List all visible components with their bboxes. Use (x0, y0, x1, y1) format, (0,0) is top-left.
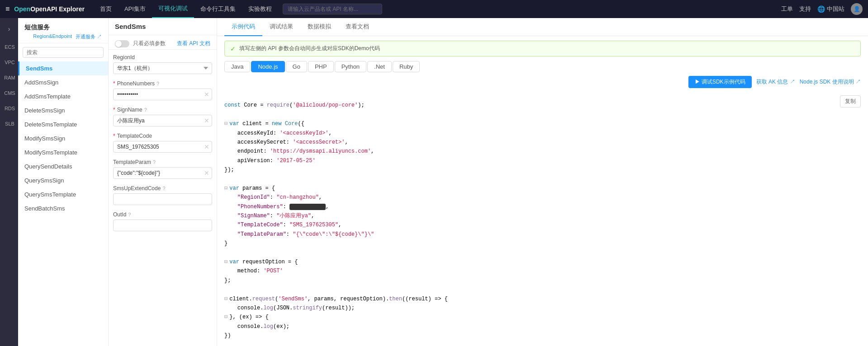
menu-icon[interactable]: ≡ (5, 5, 9, 13)
work-order-link[interactable]: 工单 (781, 5, 793, 13)
ak-info-link[interactable]: 获取 AK 信息 ↗ (756, 78, 795, 86)
service-item-modifysmstemplate[interactable]: ModifySmsTemplate (18, 145, 108, 159)
lang-tab-python[interactable]: Python (335, 61, 366, 72)
input-wrapper-templatecode: ✕ (113, 141, 212, 153)
tab-data-simulate[interactable]: 数据模拟 (300, 18, 338, 36)
sdk-usage-link[interactable]: Node.js SDK 使用说明 ↗ (800, 78, 861, 86)
lang-tab-ruby[interactable]: Ruby (393, 61, 420, 72)
search-input[interactable] (283, 4, 382, 14)
code-block: const Core = require('@alicloud/pop-core… (224, 92, 861, 341)
code-panel: 示例代码 调试结果 数据模拟 查看文档 ✓ 填写左侧的 API 参数会自动同步生… (217, 18, 868, 346)
service-item-modifysmssign[interactable]: ModifySmsSign (18, 131, 108, 145)
nav-tutorials[interactable]: 实验教程 (242, 0, 278, 18)
sidebar-item-vpc[interactable]: VPC (0, 55, 18, 70)
copy-button[interactable]: 复制 (840, 95, 861, 108)
service-item-addsmssign[interactable]: AddSmsSign (18, 75, 108, 89)
region-endpoint-link[interactable]: Region&Endpoint (33, 33, 72, 40)
tab-example-code[interactable]: 示例代码 (224, 18, 262, 36)
templatecode-input[interactable] (113, 141, 212, 153)
input-wrapper-signname: ✕ (113, 115, 212, 126)
regionid-select[interactable]: 华东1（杭州） 华东2（上海） (113, 62, 212, 74)
sidebar-item-cms[interactable]: CMS (0, 86, 18, 100)
nav-cli-tools[interactable]: 命令行工具集 (194, 0, 242, 18)
user-icon: 👤 (854, 6, 860, 12)
sidebar-item-rds[interactable]: RDS (0, 101, 18, 116)
lang-tab-java[interactable]: Java (224, 61, 250, 72)
debug-sdk-button[interactable]: ▶ 调试SDK示例代码 (688, 76, 752, 88)
clear-phonenumbers-button[interactable]: ✕ (204, 91, 209, 98)
form-group-regionid: RegionId 华东1（杭州） 华东2（上海） (113, 54, 212, 74)
help-icon-smsupextendcode[interactable]: ? (162, 186, 165, 191)
required-only-toggle[interactable] (115, 40, 129, 47)
form-group-phonenumbers: * PhoneNumbers ? ✕ (113, 80, 212, 100)
label-outid: OutId ? (113, 211, 212, 218)
service-item-deletesmstemplate[interactable]: DeleteSmsTemplate (18, 117, 108, 131)
templateparam-input[interactable] (113, 167, 212, 179)
label-signname: * SignName ? (113, 107, 212, 113)
expand-sidebar-button[interactable]: › (5, 23, 13, 35)
service-panel: 短信服务 Region&Endpoint 开通服务 ↗ SendSms AddS… (18, 18, 109, 346)
service-panel-title: 短信服务 (24, 23, 102, 32)
lang-tab-nodejs[interactable]: Node.js (251, 61, 285, 72)
service-item-sendbatchsms[interactable]: SendBatchSms (18, 201, 108, 215)
clear-signname-button[interactable]: ✕ (204, 117, 209, 124)
sidebar-menu-items: ECS VPC RAM CMS RDS SLB (0, 40, 18, 131)
nav-home[interactable]: 首页 (94, 0, 118, 18)
input-wrapper-regionid: 华东1（杭州） 华东2（上海） (113, 62, 212, 74)
check-icon: ✓ (230, 45, 236, 52)
service-item-querysmssign[interactable]: QuerySmsSign (18, 173, 108, 187)
code-actions: ▶ 调试SDK示例代码 获取 AK 信息 ↗ Node.js SDK 使用说明 … (217, 76, 868, 92)
help-icon-templateparam[interactable]: ? (153, 159, 156, 165)
service-search-area (18, 43, 108, 61)
open-service-link[interactable]: 开通服务 ↗ (76, 33, 102, 40)
service-list: SendSms AddSmsSign AddSmsTemplate Delete… (18, 61, 108, 346)
input-wrapper-smsupextendcode (113, 193, 212, 205)
lang-tab-go[interactable]: Go (286, 61, 307, 72)
nav-visual-debug[interactable]: 可视化调试 (152, 0, 194, 18)
params-panel-sub: 只看必填参数 查看 API 文档 (109, 38, 217, 50)
sidebar-collapsed: › ECS VPC RAM CMS RDS SLB (0, 18, 18, 346)
region-selector[interactable]: 🌐 中国站 (817, 5, 844, 13)
smsupextendcode-input[interactable] (113, 193, 212, 205)
code-container: 复制 const Core = require('@alicloud/pop-c… (217, 92, 868, 346)
help-icon-signname[interactable]: ? (144, 107, 147, 112)
top-navigation: ≡ OpenOpenAPI Explorer 首页 API集市 可视化调试 命令… (0, 0, 868, 18)
tab-debug-result[interactable]: 调试结果 (262, 18, 300, 36)
help-icon-phonenumbers[interactable]: ? (157, 81, 159, 86)
service-item-addsmstemplate[interactable]: AddSmsTemplate (18, 89, 108, 103)
brand-logo: OpenOpenAPI Explorer (14, 5, 85, 13)
clear-templatecode-button[interactable]: ✕ (204, 143, 209, 150)
form-group-signname: * SignName ? ✕ (113, 107, 212, 126)
globe-icon: 🌐 (817, 5, 825, 13)
form-group-outid: OutId ? (113, 211, 212, 231)
nav-api-market[interactable]: API集市 (118, 0, 152, 18)
sidebar-item-ecs[interactable]: ECS (0, 40, 18, 54)
label-templatecode: * TemplateCode (113, 133, 212, 139)
service-item-querysmstemplate[interactable]: QuerySmsTemplate (18, 187, 108, 201)
lang-tab-php[interactable]: PHP (308, 61, 334, 72)
service-panel-links: Region&Endpoint 开通服务 ↗ (24, 33, 102, 40)
service-item-deletesmssign[interactable]: DeleteSmsSign (18, 103, 108, 117)
clear-templateparam-button[interactable]: ✕ (204, 169, 209, 177)
help-icon-outid[interactable]: ? (128, 212, 131, 217)
sidebar-item-slb[interactable]: SLB (0, 117, 18, 131)
params-panel-header: SendSms (109, 18, 217, 35)
sidebar-item-ram[interactable]: RAM (0, 70, 18, 85)
support-link[interactable]: 支持 (799, 5, 811, 13)
avatar[interactable]: 👤 (851, 3, 863, 15)
params-panel: SendSms 只看必填参数 查看 API 文档 RegionId 华东1（杭州… (109, 18, 217, 346)
service-item-querysenddetails[interactable]: QuerySendDetails (18, 159, 108, 173)
service-item-sendsms[interactable]: SendSms (18, 61, 108, 75)
input-wrapper-outid (113, 220, 212, 231)
right-actions: 工单 支持 🌐 中国站 👤 (781, 3, 863, 15)
lang-tab-dotnet[interactable]: .Net (367, 61, 392, 72)
api-doc-link[interactable]: 查看 API 文档 (177, 40, 210, 47)
outid-input[interactable] (113, 220, 212, 231)
input-wrapper-templateparam: ✕ (113, 167, 212, 179)
tab-view-doc[interactable]: 查看文档 (338, 18, 376, 36)
info-banner: ✓ 填写左侧的 API 参数会自动同步生成对应SDK的Demo代码 (224, 41, 861, 56)
service-search-input[interactable] (23, 47, 104, 58)
signname-input[interactable] (113, 115, 212, 126)
toggle-label: 只看必填参数 (133, 40, 166, 47)
phonenumbers-input[interactable] (113, 89, 212, 100)
